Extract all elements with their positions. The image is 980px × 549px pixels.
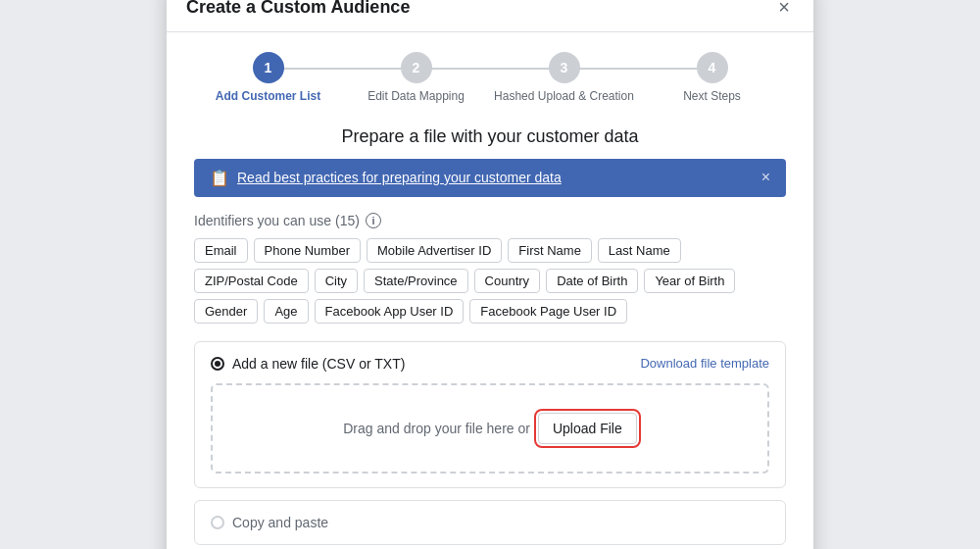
best-practices-content: 📋 Read best practices for preparing your… (210, 169, 562, 187)
best-practices-link[interactable]: Read best practices for preparing your c… (237, 170, 562, 185)
best-practices-close[interactable]: × (761, 169, 770, 186)
list-icon: 📋 (210, 169, 229, 187)
upload-header-left: Add a new file (CSV or TXT) (211, 356, 405, 372)
best-practices-bar: 📋 Read best practices for preparing your… (194, 159, 786, 197)
step-2-label: Edit Data Mapping (368, 89, 465, 103)
upload-section: Add a new file (CSV or TXT) Download fil… (194, 341, 786, 488)
modal-header: Create a Custom Audience × (167, 0, 813, 32)
tag-first-name: First Name (508, 238, 592, 263)
tag-date-of-birth: Date of Birth (546, 269, 638, 293)
create-audience-modal: Create a Custom Audience × 1 Add Custome… (167, 0, 813, 549)
identifiers-label: Identifiers you can use (194, 213, 331, 228)
tag-city: City (315, 269, 358, 293)
tag-mobile-advertiser-id: Mobile Advertiser ID (367, 238, 502, 263)
step-1-label: Add Customer List (216, 89, 320, 103)
tag-last-name: Last Name (598, 238, 681, 263)
copy-paste-label: Copy and paste (232, 515, 328, 530)
download-template-link[interactable]: Download file template (640, 356, 769, 371)
step-3: 3 Hashed Upload & Creation (490, 52, 638, 103)
identifiers-row: Identifiers you can use (15) i (194, 213, 786, 228)
copy-paste-section: Copy and paste (194, 500, 786, 545)
step-3-label: Hashed Upload & Creation (494, 89, 634, 103)
step-2: 2 Edit Data Mapping (342, 52, 490, 103)
tag-gender: Gender (194, 299, 258, 324)
tag-facebook-app-user-id: Facebook App User ID (315, 299, 465, 324)
tag-facebook-page-user-id: Facebook Page User ID (469, 299, 627, 324)
close-button[interactable]: × (774, 0, 794, 17)
tag-phone-number: Phone Number (254, 238, 361, 263)
copy-paste-radio[interactable] (211, 516, 224, 529)
drop-zone[interactable]: Drag and drop your file here or Upload F… (211, 383, 769, 474)
upload-radio[interactable] (211, 357, 224, 371)
step-1-circle: 1 (253, 52, 284, 83)
identifiers-count: (15) (335, 213, 360, 228)
tag-zip-postal-code: ZIP/Postal Code (194, 269, 309, 293)
upload-file-button[interactable]: Upload File (538, 413, 637, 444)
info-icon[interactable]: i (366, 213, 381, 228)
tag-year-of-birth: Year of Birth (644, 269, 735, 293)
step-2-circle: 2 (401, 52, 432, 83)
prepare-title: Prepare a file with your customer data (194, 126, 786, 147)
steps-indicator: 1 Add Customer List 2 Edit Data Mapping … (194, 52, 786, 103)
modal-title: Create a Custom Audience (186, 0, 410, 18)
upload-header: Add a new file (CSV or TXT) Download fil… (211, 356, 769, 372)
tag-email: Email (194, 238, 248, 263)
step-1: 1 Add Customer List (194, 52, 342, 103)
modal-body: 1 Add Customer List 2 Edit Data Mapping … (167, 32, 813, 550)
tag-country: Country (474, 269, 541, 293)
step-4: 4 Next Steps (638, 52, 786, 103)
drop-text: Drag and drop your file here or (343, 421, 530, 436)
step-4-circle: 4 (697, 52, 728, 83)
tag-age: Age (264, 299, 308, 324)
tag-state-province: State/Province (364, 269, 468, 293)
upload-label: Add a new file (CSV or TXT) (232, 356, 405, 372)
step-4-label: Next Steps (683, 89, 741, 103)
tags-container: Email Phone Number Mobile Advertiser ID … (194, 238, 786, 324)
step-3-circle: 3 (549, 52, 580, 83)
